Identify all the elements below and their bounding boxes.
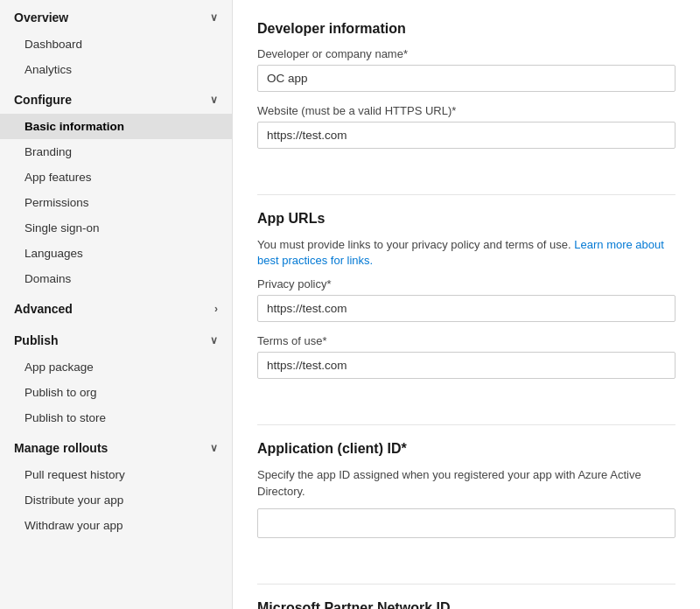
sidebar-section-overview[interactable]: Overview∨ [0,0,232,32]
terms-of-use-input[interactable] [257,352,676,379]
sidebar-item-distribute-your-app[interactable]: Distribute your app [0,487,232,513]
app-urls-section: App URLs You must provide links to your … [257,211,676,400]
sidebar-section-publish[interactable]: Publish∨ [0,323,232,354]
terms-of-use-label: Terms of use* [257,334,676,347]
sidebar-section-label-advanced: Advanced [14,302,73,316]
app-urls-title: App URLs [257,211,676,227]
sidebar-item-publish-to-org[interactable]: Publish to org [0,380,232,405]
sidebar-item-publish-to-store[interactable]: Publish to store [0,405,232,430]
sidebar-item-permissions[interactable]: Permissions [0,190,232,215]
sidebar-item-pull-request-history[interactable]: Pull request history [0,462,232,487]
sidebar-item-single-sign-on[interactable]: Single sign-on [0,215,232,241]
website-label: Website (must be a valid HTTPS URL)* [257,104,676,117]
sidebar-item-app-features[interactable]: App features [0,164,232,190]
chevron-publish-icon: ∨ [210,334,218,346]
sidebar: Overview∨DashboardAnalyticsConfigure∨Bas… [0,0,233,609]
chevron-manage-rollouts-icon: ∨ [210,442,218,454]
main-content: Developer information Developer or compa… [233,0,700,609]
chevron-overview-icon: ∨ [210,11,218,24]
sidebar-section-label-publish: Publish [14,333,59,347]
client-id-section: Application (client) ID* Specify the app… [257,441,676,558]
company-name-label: Developer or company name* [257,47,676,60]
sidebar-section-label-overview: Overview [14,10,68,24]
privacy-policy-input[interactable] [257,295,676,322]
sidebar-item-dashboard[interactable]: Dashboard [0,32,232,57]
chevron-configure-icon: ∨ [210,94,218,106]
developer-information-title: Developer information [257,21,676,37]
developer-information-section: Developer information Developer or compa… [257,21,676,170]
sidebar-section-manage-rollouts[interactable]: Manage rollouts∨ [0,430,232,462]
divider-1 [257,194,676,195]
sidebar-item-domains[interactable]: Domains [0,266,232,291]
sidebar-item-basic-information[interactable]: Basic information [0,114,232,139]
sidebar-item-branding[interactable]: Branding [0,139,232,164]
sidebar-section-configure[interactable]: Configure∨ [0,82,232,114]
sidebar-section-label-configure: Configure [14,93,72,107]
mpn-section: Microsoft Partner Network ID If you're p… [257,600,676,609]
website-input[interactable] [257,122,676,149]
divider-2 [257,424,676,425]
mpn-title: Microsoft Partner Network ID [257,600,676,609]
sidebar-section-label-manage-rollouts: Manage rollouts [14,441,108,455]
client-id-description: Specify the app ID assigned when you reg… [257,467,676,499]
sidebar-item-withdraw-your-app[interactable]: Withdraw your app [0,513,232,538]
app-urls-description: You must provide links to your privacy p… [257,237,676,269]
company-name-input[interactable] [257,65,676,92]
sidebar-item-analytics[interactable]: Analytics [0,57,232,82]
divider-3 [257,584,676,584]
sidebar-item-languages[interactable]: Languages [0,241,232,266]
client-id-title: Application (client) ID* [257,441,676,457]
chevron-advanced-icon: › [214,303,218,315]
sidebar-item-app-package[interactable]: App package [0,354,232,380]
sidebar-section-advanced[interactable]: Advanced› [0,291,232,323]
privacy-policy-label: Privacy policy* [257,277,676,290]
client-id-input[interactable] [257,508,676,538]
